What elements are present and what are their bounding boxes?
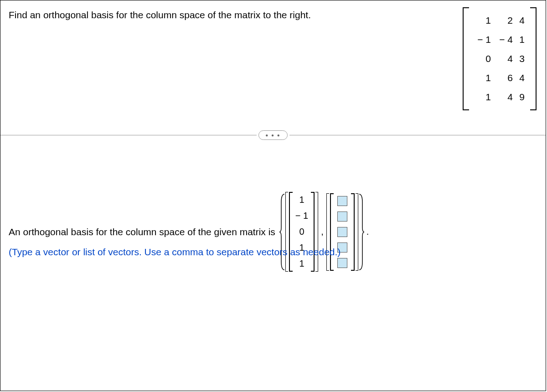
answer-vector-input <box>330 193 355 271</box>
answer-prefix: An orthogonal basis for the column space… <box>9 227 275 237</box>
matrix-row: 149 <box>473 88 526 107</box>
vector-input-3[interactable] <box>337 227 347 237</box>
answer-area: An orthogonal basis for the column space… <box>9 192 369 272</box>
vector-input-2[interactable] <box>337 211 347 222</box>
matrix-row: 124 <box>473 11 526 30</box>
given-matrix: 124 − 1− 41 043 164 149 <box>463 7 537 110</box>
right-brace-icon <box>358 193 365 271</box>
answer-set: 1 − 1 0 1 1 , <box>285 192 358 272</box>
left-brace-icon <box>279 193 285 271</box>
vector-input-5[interactable] <box>337 258 347 268</box>
matrix-row: − 1− 41 <box>473 30 526 49</box>
matrix-row: 164 <box>473 68 526 88</box>
matrix-bracket-left <box>463 7 469 110</box>
matrix-bracket-right <box>530 7 537 110</box>
vector-separator: , <box>321 227 324 237</box>
matrix-content: 124 − 1− 41 043 164 149 <box>469 7 530 110</box>
sentence-terminator: . <box>366 227 369 237</box>
answer-hint: (Type a vector or list of vectors. Use a… <box>9 247 341 258</box>
given-vector: 1 − 1 0 1 1 <box>289 192 315 272</box>
matrix-row: 043 <box>473 49 526 68</box>
question-text: Find an orthogonal basis for the column … <box>9 10 311 21</box>
question-container: Find an orthogonal basis for the column … <box>0 0 546 391</box>
section-divider: ● ● ● <box>0 130 546 140</box>
more-icon[interactable]: ● ● ● <box>258 130 288 140</box>
vector-input-1[interactable] <box>337 196 347 206</box>
